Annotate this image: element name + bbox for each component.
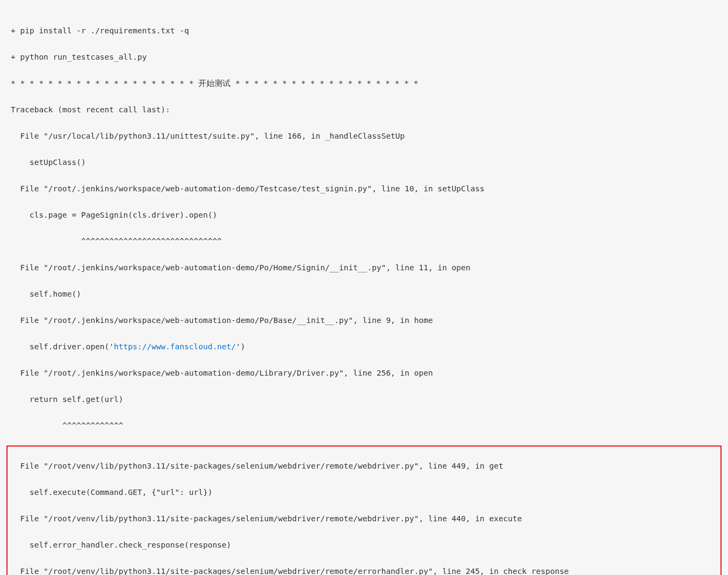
banner-line: * * * * * * * * * * * * * * * * * * * * … bbox=[11, 77, 717, 90]
traceback-frame: File "/root/.jenkins/workspace/web-autom… bbox=[11, 261, 717, 275]
code-text: ') bbox=[236, 342, 245, 351]
traceback-frame: File "/root/venv/lib/python3.11/site-pac… bbox=[11, 565, 717, 575]
traceback-code: self.driver.open('https://www.fanscloud.… bbox=[11, 340, 717, 354]
traceback-frame: File "/root/.jenkins/workspace/web-autom… bbox=[11, 182, 717, 196]
url-link[interactable]: https://www.fanscloud.net/ bbox=[114, 342, 236, 351]
cmd-line: + pip install -r ./requirements.txt -q bbox=[11, 24, 717, 38]
traceback-frame: File "/root/.jenkins/workspace/web-autom… bbox=[11, 314, 717, 327]
traceback-code: self.home() bbox=[11, 288, 717, 301]
console-output: + pip install -r ./requirements.txt -q +… bbox=[0, 0, 728, 575]
traceback-frame: File "/usr/local/lib/python3.11/unittest… bbox=[11, 130, 717, 143]
traceback-caret: ^^^^^^^^^^^^^^^^^^^^^^^^^^^^^^ bbox=[11, 235, 717, 248]
traceback-code: setUpClass() bbox=[11, 156, 717, 169]
traceback-frame: File "/root/venv/lib/python3.11/site-pac… bbox=[11, 512, 717, 526]
error-highlight-box: File "/root/venv/lib/python3.11/site-pac… bbox=[6, 445, 722, 576]
traceback-header: Traceback (most recent call last): bbox=[11, 103, 717, 117]
traceback-code: return self.get(url) bbox=[11, 393, 717, 406]
traceback-code: self.error_handler.check_response(respon… bbox=[11, 538, 717, 552]
traceback-caret: ^^^^^^^^^^^^^ bbox=[11, 419, 717, 433]
traceback-code: self.execute(Command.GET, {"url": url}) bbox=[11, 486, 717, 499]
traceback-frame: File "/root/.jenkins/workspace/web-autom… bbox=[11, 366, 717, 380]
traceback-code: cls.page = PageSignin(cls.driver).open() bbox=[11, 209, 717, 222]
code-text: self.driver.open(' bbox=[11, 342, 114, 351]
cmd-line: + python run_testcases_all.py bbox=[11, 51, 717, 64]
traceback-frame: File "/root/venv/lib/python3.11/site-pac… bbox=[11, 459, 717, 473]
